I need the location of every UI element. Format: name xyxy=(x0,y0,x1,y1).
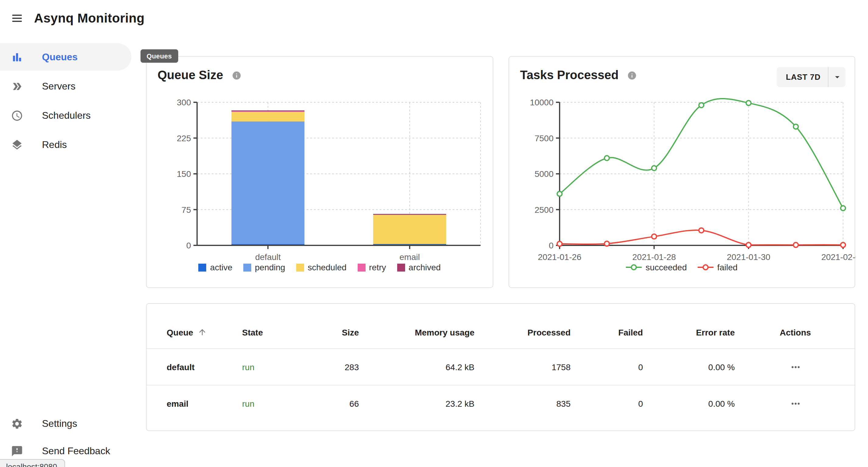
queue-state: run xyxy=(223,399,292,409)
actions-menu-button[interactable] xyxy=(787,358,804,375)
svg-text:150: 150 xyxy=(177,169,191,179)
memory-usage-value: 23.2 kB xyxy=(359,399,474,409)
menu-button[interactable] xyxy=(8,10,29,27)
legend-swatch xyxy=(358,263,365,271)
legend-item-succeeded[interactable]: succeeded xyxy=(626,262,687,272)
actions-menu-button[interactable] xyxy=(787,395,804,412)
legend-label: failed xyxy=(717,262,738,272)
column-label: Queue xyxy=(167,327,193,337)
legend-item-archived[interactable]: archived xyxy=(397,262,441,272)
legend-label: active xyxy=(210,262,232,272)
legend-label: archived xyxy=(408,262,441,272)
legend-swatch xyxy=(198,263,207,271)
svg-text:0: 0 xyxy=(186,241,191,250)
svg-text:7500: 7500 xyxy=(535,134,554,143)
column-header-error-rate[interactable]: Error rate xyxy=(643,327,735,337)
clock-icon xyxy=(11,109,42,121)
sidebar-item-redis[interactable]: Redis xyxy=(0,131,131,158)
sidebar-item-label: Settings xyxy=(42,418,77,429)
layers-icon xyxy=(11,139,42,151)
svg-text:225: 225 xyxy=(177,134,191,143)
table-row: default run 283 64.2 kB 1758 0 0.00 % xyxy=(147,349,855,385)
more-horiz-icon xyxy=(789,398,801,410)
processed-value: 1758 xyxy=(474,362,570,372)
svg-text:default: default xyxy=(255,252,281,262)
queue-size-value: 66 xyxy=(292,399,359,409)
sidebar: Queues Servers Schedulers Redis Settings xyxy=(0,43,131,160)
tasks-processed-title: Tasks Processed xyxy=(520,68,619,82)
double-arrow-icon xyxy=(11,80,42,92)
queue-state: run xyxy=(223,362,292,372)
failed-value: 0 xyxy=(570,399,643,409)
svg-text:2021-02-01: 2021-02-01 xyxy=(821,252,856,262)
sort-asc-icon xyxy=(197,327,207,337)
info-icon[interactable] xyxy=(627,70,637,80)
queue-link[interactable]: default xyxy=(147,362,223,372)
sidebar-item-settings[interactable]: Settings xyxy=(0,410,142,437)
queue-size-legend: activependingscheduledretryarchived xyxy=(147,262,493,272)
legend-item-retry[interactable]: retry xyxy=(358,262,386,272)
error-rate-value: 0.00 % xyxy=(643,399,735,409)
sidebar-item-schedulers[interactable]: Schedulers xyxy=(0,102,131,129)
column-header-state[interactable]: State xyxy=(223,327,292,337)
more-horiz-icon xyxy=(789,361,801,373)
legend-label: pending xyxy=(255,262,285,272)
svg-text:2021-01-26: 2021-01-26 xyxy=(538,252,581,262)
bar-chart-icon xyxy=(11,51,42,63)
column-header-queue[interactable]: Queue xyxy=(147,327,223,337)
queue-size-card: Queue Size 075150225300defaultemail acti… xyxy=(146,56,493,288)
legend-label: scheduled xyxy=(308,262,347,272)
legend-item-scheduled[interactable]: scheduled xyxy=(296,262,347,272)
legend-marker xyxy=(698,264,713,271)
column-header-size[interactable]: Size xyxy=(292,327,359,337)
queue-size-chart: 075150225300defaultemail xyxy=(147,57,494,289)
date-range-label: LAST 7D xyxy=(777,72,828,82)
column-header-memory-usage[interactable]: Memory usage xyxy=(359,327,474,337)
svg-text:2500: 2500 xyxy=(535,205,554,215)
sidebar-item-label: Redis xyxy=(42,139,67,150)
legend-item-failed[interactable]: failed xyxy=(698,262,738,272)
tasks-processed-chart: 0250050007500100002021-01-262021-01-2820… xyxy=(509,57,856,289)
sidebar-item-label: Queues xyxy=(42,52,78,62)
svg-text:2021-01-30: 2021-01-30 xyxy=(727,252,770,262)
memory-usage-value: 64.2 kB xyxy=(359,362,474,372)
queue-size-title: Queue Size xyxy=(158,68,223,82)
legend-item-pending[interactable]: pending xyxy=(243,262,285,272)
legend-item-active[interactable]: active xyxy=(198,262,232,272)
caret-down-icon[interactable] xyxy=(829,72,845,82)
feedback-icon xyxy=(11,445,42,457)
legend-label: retry xyxy=(369,262,386,272)
table-row: email run 66 23.2 kB 835 0 0.00 % xyxy=(147,385,855,422)
svg-text:75: 75 xyxy=(182,205,191,215)
app-title: Asynq Monitoring xyxy=(34,11,145,26)
column-header-processed[interactable]: Processed xyxy=(474,327,570,337)
legend-marker xyxy=(626,264,642,271)
queue-size-value: 283 xyxy=(292,362,359,372)
processed-value: 835 xyxy=(474,399,570,409)
asynq-monitoring-app: Asynq Monitoring Queues Servers Schedule… xyxy=(0,0,868,467)
column-header-actions: Actions xyxy=(735,327,856,337)
svg-text:0: 0 xyxy=(549,241,554,250)
queue-link[interactable]: email xyxy=(147,399,223,409)
info-icon[interactable] xyxy=(232,70,242,80)
queues-table-card: Queue State Size Memory usage Processed … xyxy=(146,303,855,431)
svg-text:10000: 10000 xyxy=(530,98,554,107)
column-header-failed[interactable]: Failed xyxy=(570,327,643,337)
sidebar-item-label: Servers xyxy=(42,81,75,92)
legend-swatch xyxy=(296,263,304,271)
legend-label: succeeded xyxy=(646,262,687,272)
sidebar-item-label: Send Feedback xyxy=(42,445,110,456)
failed-value: 0 xyxy=(570,362,643,372)
svg-text:email: email xyxy=(400,252,420,262)
legend-swatch xyxy=(243,263,251,271)
gear-icon xyxy=(11,417,42,430)
date-range-button[interactable]: LAST 7D xyxy=(777,67,845,87)
table-header-row: Queue State Size Memory usage Processed … xyxy=(147,304,855,349)
svg-text:5000: 5000 xyxy=(535,169,554,179)
svg-text:300: 300 xyxy=(177,98,191,107)
sidebar-item-label: Schedulers xyxy=(42,110,91,121)
tasks-processed-legend: succeededfailed xyxy=(509,262,855,272)
sidebar-item-queues[interactable]: Queues xyxy=(0,43,131,70)
svg-text:2021-01-28: 2021-01-28 xyxy=(632,252,676,262)
sidebar-item-servers[interactable]: Servers xyxy=(0,72,131,100)
